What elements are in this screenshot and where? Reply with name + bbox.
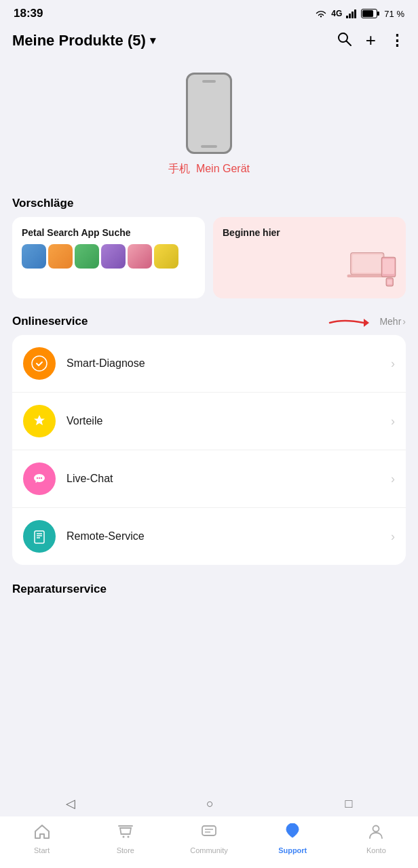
device-label-chinese: 手机 — [168, 163, 190, 174]
konto-nav-icon — [367, 823, 385, 844]
svg-rect-15 — [387, 279, 392, 284]
live-chat-label: Live-Chat — [66, 473, 391, 485]
community-nav-label: Community — [190, 846, 228, 854]
suggestion-card-petal[interactable]: Petal Search App Suche — [12, 217, 205, 298]
app-icon-5 — [128, 244, 152, 269]
svg-rect-5 — [377, 12, 379, 16]
phone-illustration — [186, 73, 232, 154]
status-bar: 18:39 4G 71 % — [0, 0, 418, 24]
onlineservice-section: Onlineservice Mehr › Smart-Diagnose › — [0, 309, 418, 565]
petal-images — [22, 244, 195, 269]
wifi-icon — [315, 9, 327, 18]
live-chat-icon — [23, 462, 56, 495]
store-nav-label: Store — [117, 846, 134, 854]
suggestion-card-beginne[interactable]: Beginne hier — [213, 217, 406, 298]
mehr-label: Mehr — [379, 316, 401, 327]
mehr-link[interactable]: Mehr › — [379, 316, 406, 327]
reparatur-section: Reparaturservice — [0, 576, 418, 596]
svg-point-32 — [373, 826, 379, 832]
nav-item-support[interactable]: Support — [251, 823, 335, 854]
device-section: 手机 Mein Gerät — [0, 59, 418, 187]
laptop-svg — [345, 252, 399, 289]
petal-card-title: Petal Search App Suche — [22, 226, 195, 239]
support-nav-label: Support — [278, 846, 307, 854]
smart-diagnose-label: Smart-Diagnose — [66, 357, 391, 370]
device-label-link[interactable]: Mein Gerät — [196, 163, 250, 174]
battery-percent: 71 % — [384, 9, 404, 19]
svg-rect-1 — [349, 14, 351, 18]
more-options-icon[interactable]: ⋮ — [390, 32, 406, 50]
svg-point-20 — [39, 477, 40, 479]
svg-rect-13 — [383, 259, 394, 274]
vorteile-icon — [23, 405, 56, 437]
search-icon[interactable] — [336, 31, 352, 51]
status-icons: 4G 71 % — [315, 9, 404, 19]
svg-rect-3 — [354, 9, 356, 18]
device-label: 手机 Mein Gerät — [168, 162, 250, 176]
app-icon-2 — [48, 244, 73, 269]
svg-rect-0 — [346, 16, 348, 18]
app-icon-1 — [22, 244, 46, 269]
suggestions-section: Vorschläge Petal Search App Suche Beginn… — [0, 187, 418, 309]
nav-item-konto[interactable]: Konto — [335, 823, 418, 854]
status-time: 18:39 — [14, 7, 43, 20]
svg-rect-6 — [362, 10, 373, 17]
signal-4g-icon: 4G — [331, 9, 342, 18]
recent-gesture[interactable]: □ — [345, 797, 352, 811]
header-title[interactable]: Meine Produkte (5) ▾ — [12, 32, 155, 50]
red-arrow-annotation — [323, 313, 377, 332]
app-icon-4 — [101, 244, 126, 269]
remote-service-icon — [23, 520, 56, 553]
nav-item-store[interactable]: Store — [83, 823, 167, 854]
reparatur-title: Reparaturservice — [12, 583, 406, 596]
battery-icon — [361, 9, 380, 18]
onlineservice-header: Onlineservice Mehr › — [0, 309, 418, 335]
svg-point-21 — [41, 477, 42, 479]
start-nav-label: Start — [34, 846, 50, 854]
signal-bars-icon — [346, 9, 357, 18]
service-card: Smart-Diagnose › Vorteile › — [12, 335, 406, 565]
community-nav-icon — [200, 823, 218, 844]
start-nav-icon — [33, 823, 51, 844]
nav-item-start[interactable]: Start — [0, 823, 83, 854]
support-nav-icon — [284, 823, 301, 844]
nav-item-community[interactable]: Community — [167, 823, 250, 854]
service-item-live-chat[interactable]: Live-Chat › — [12, 450, 406, 508]
service-item-vorteile[interactable]: Vorteile › — [12, 393, 406, 450]
svg-point-28 — [127, 836, 129, 838]
home-gesture[interactable]: ○ — [206, 797, 214, 811]
vorteile-label: Vorteile — [66, 415, 391, 427]
smart-diagnose-chevron: › — [391, 357, 395, 371]
mehr-chevron: › — [402, 316, 406, 327]
dropdown-icon[interactable]: ▾ — [150, 34, 155, 47]
gesture-bar: ◁ ○ □ — [0, 791, 418, 816]
header-actions: + ⋮ — [336, 30, 406, 51]
smart-diagnose-icon — [23, 347, 56, 380]
onlineservice-title: Onlineservice — [12, 315, 88, 328]
svg-rect-2 — [352, 12, 354, 18]
back-gesture[interactable]: ◁ — [66, 796, 75, 811]
add-icon[interactable]: + — [366, 30, 376, 51]
devices-illustration — [345, 252, 399, 292]
remote-service-label: Remote-Service — [66, 530, 391, 542]
bottom-nav: Start Store Community — [0, 816, 418, 868]
live-chat-chevron: › — [391, 472, 395, 486]
svg-point-27 — [122, 836, 124, 838]
app-header: Meine Produkte (5) ▾ + ⋮ — [0, 24, 418, 59]
svg-point-19 — [37, 477, 38, 479]
vorteile-chevron: › — [391, 414, 395, 429]
service-item-smart-diagnose[interactable]: Smart-Diagnose › — [12, 335, 406, 393]
svg-line-8 — [346, 41, 351, 45]
beginne-card-title: Beginne hier — [223, 226, 396, 239]
suggestions-title: Vorschläge — [0, 187, 418, 217]
svg-rect-29 — [202, 826, 216, 835]
svg-rect-22 — [35, 531, 44, 543]
svg-marker-16 — [364, 319, 369, 327]
app-icon-3 — [75, 244, 99, 269]
store-nav-icon — [117, 823, 134, 844]
service-item-remote-service[interactable]: Remote-Service › — [12, 508, 406, 565]
app-icon-6 — [154, 244, 178, 269]
suggestions-row: Petal Search App Suche Beginne hier — [0, 217, 418, 309]
svg-point-17 — [32, 356, 47, 371]
konto-nav-label: Konto — [366, 846, 386, 854]
